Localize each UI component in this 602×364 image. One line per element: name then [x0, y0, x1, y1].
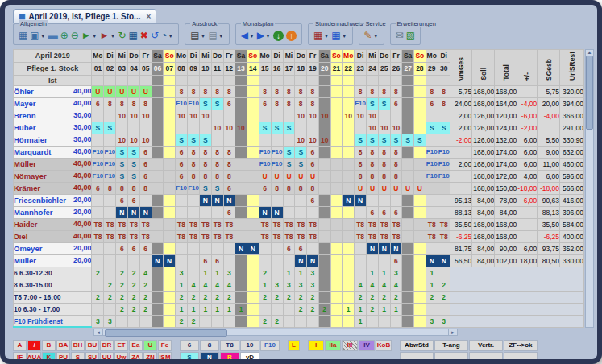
schedule-cell[interactable]: 6 [139, 170, 152, 182]
monitor-icon[interactable]: ▣▼ [30, 31, 45, 41]
schedule-cell[interactable]: 8 [200, 85, 212, 97]
schedule-cell[interactable]: U [355, 182, 367, 194]
schedule-cell[interactable] [318, 158, 330, 170]
horizontal-scroll-track[interactable] [103, 329, 448, 336]
schedule-cell[interactable]: S [128, 158, 140, 170]
hours-proof-1-icon-dropdown[interactable]: ▼ [323, 31, 329, 41]
schedule-cell[interactable]: 8 [367, 146, 379, 158]
schedule-cell[interactable]: 8 [295, 97, 307, 110]
schedule-cell[interactable] [438, 110, 450, 122]
prev-month-icon-dropdown[interactable]: ▼ [249, 31, 255, 41]
schedule-cell[interactable]: 6 [390, 97, 402, 110]
employee-name-cell[interactable]: Müller20,00 [14, 254, 92, 267]
schedule-cell[interactable]: 10 [176, 110, 188, 122]
hours-proof-1-icon[interactable]: ▦▼ [313, 31, 329, 41]
schedule-cell[interactable] [402, 97, 414, 110]
schedule-cell[interactable]: 6 [259, 97, 271, 110]
schedule-cell[interactable]: 8 [200, 146, 212, 158]
schedule-cell[interactable]: T8 [307, 218, 319, 230]
schedule-cell[interactable]: 8 [283, 85, 295, 97]
schedule-cell[interactable] [128, 122, 140, 134]
schedule-cell[interactable] [343, 97, 355, 110]
schedule-cell[interactable]: S [271, 122, 283, 134]
schedule-cell[interactable]: 8 [104, 97, 116, 110]
schedule-cell[interactable]: T8 [139, 218, 152, 230]
schedule-cell[interactable] [152, 218, 164, 230]
schedule-cell[interactable] [295, 194, 307, 206]
schedule-cell[interactable]: 8 [271, 182, 283, 194]
schedule-cell[interactable]: T8 [176, 230, 188, 242]
schedule-cell[interactable] [164, 158, 176, 170]
schedule-cell[interactable]: F10 [92, 170, 104, 182]
schedule-cell[interactable] [92, 242, 104, 254]
scroll-right-icon[interactable]: ► [448, 329, 458, 336]
schedule-cell[interactable]: 10 [139, 134, 152, 146]
schedule-cell[interactable]: 6 [223, 182, 235, 194]
schedule-cell[interactable]: N [164, 254, 176, 267]
schedule-cell[interactable]: 8 [390, 158, 402, 170]
clock-icon-dropdown[interactable]: ▼ [168, 31, 173, 41]
schedule-cell[interactable]: T8 [438, 218, 450, 230]
schedule-cell[interactable] [402, 122, 414, 134]
schedule-cell[interactable]: T8 [128, 230, 140, 242]
schedule-cell[interactable] [438, 206, 450, 218]
schedule-cell[interactable] [295, 206, 307, 218]
schedule-cell[interactable]: F10 [271, 146, 283, 158]
schedule-cell[interactable]: U [116, 85, 128, 97]
schedule-cell[interactable] [414, 194, 426, 206]
schedule-cell[interactable]: 6 [139, 242, 152, 254]
forward-red-icon[interactable]: ►▼ [100, 31, 116, 41]
schedule-cell[interactable]: 10 [139, 110, 152, 122]
delete-icon[interactable]: ✖ [140, 31, 148, 41]
schedule-cell[interactable]: T8 [200, 230, 212, 242]
schedule-cell[interactable] [164, 134, 176, 146]
schedule-cell[interactable] [235, 206, 247, 218]
schedule-cell[interactable] [247, 85, 259, 97]
schedule-cell[interactable] [235, 146, 247, 158]
employee-name-cell[interactable]: Müller40,00 [14, 158, 92, 170]
schedule-cell[interactable]: 6 [295, 242, 307, 254]
schedule-cell[interactable]: S [211, 182, 223, 194]
schedule-cell[interactable] [164, 110, 176, 122]
employee-name-cell[interactable]: Krämer40,00 [14, 182, 92, 194]
schedule-cell[interactable] [211, 206, 223, 218]
schedule-cell[interactable] [271, 254, 283, 267]
schedule-cell[interactable] [176, 254, 188, 267]
schedule-cell[interactable] [414, 218, 426, 230]
schedule-cell[interactable] [438, 182, 450, 194]
schedule-cell[interactable]: S [200, 134, 212, 146]
schedule-cell[interactable]: 8 [295, 182, 307, 194]
schedule-cell[interactable] [164, 146, 176, 158]
schedule-cell[interactable]: T8 [271, 230, 283, 242]
schedule-cell[interactable]: 6 [378, 206, 390, 218]
schedule-cell[interactable]: S [128, 170, 140, 182]
schedule-cell[interactable]: S [92, 122, 104, 134]
employee-name-cell[interactable]: Hörmaier30,00 [14, 134, 92, 146]
schedule-cell[interactable] [152, 85, 164, 97]
upload-icon[interactable]: ↑ [286, 31, 297, 41]
schedule-cell[interactable] [271, 110, 283, 122]
schedule-cell[interactable]: 8 [223, 158, 235, 170]
schedule-cell[interactable] [330, 85, 343, 97]
schedule-cell[interactable]: 6 [92, 97, 104, 110]
panel-icon[interactable]: ▬ [48, 31, 58, 41]
schedule-cell[interactable] [414, 110, 426, 122]
schedule-cell[interactable]: 8 [355, 85, 367, 97]
schedule-cell[interactable] [414, 85, 426, 97]
schedule-cell[interactable]: 6 [426, 97, 438, 110]
schedule-cell[interactable] [283, 110, 295, 122]
schedule-cell[interactable]: S [211, 97, 223, 110]
schedule-cell[interactable]: 8 [355, 158, 367, 170]
schedule-cell[interactable]: S [283, 158, 295, 170]
schedule-cell[interactable]: 8 [188, 170, 200, 182]
schedule-cell[interactable]: 10 [295, 134, 307, 146]
employee-name-cell[interactable]: Mannhofer20,00 [14, 206, 92, 218]
schedule-cell[interactable]: 10 [367, 110, 379, 122]
schedule-cell[interactable]: T8 [104, 230, 116, 242]
schedule-cell[interactable] [104, 134, 116, 146]
schedule-cell[interactable]: F10 [176, 97, 188, 110]
schedule-cell[interactable] [235, 218, 247, 230]
schedule-cell[interactable]: 10 [343, 110, 355, 122]
schedule-cell[interactable]: 8 [307, 182, 319, 194]
schedule-cell[interactable]: 8 [116, 182, 128, 194]
